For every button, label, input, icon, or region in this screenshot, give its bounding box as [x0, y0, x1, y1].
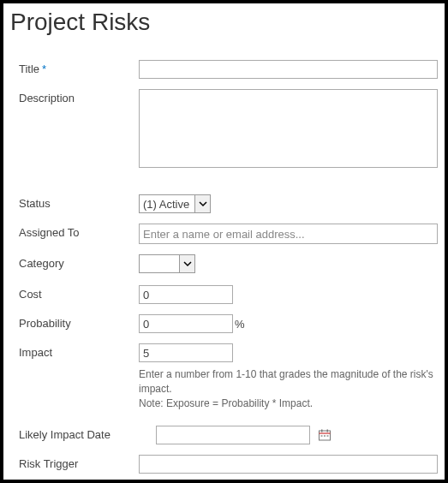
- impact-input[interactable]: [139, 343, 233, 362]
- category-select-value: [140, 255, 179, 272]
- title-input[interactable]: [139, 60, 438, 79]
- svg-rect-6: [327, 435, 329, 437]
- label-description: Description: [19, 89, 139, 104]
- probability-input[interactable]: [139, 314, 233, 333]
- row-category: Category: [19, 254, 438, 275]
- calendar-icon[interactable]: [317, 427, 332, 443]
- svg-rect-2: [321, 430, 323, 432]
- row-title: Title*: [19, 60, 438, 79]
- category-select[interactable]: [139, 254, 195, 273]
- label-title-text: Title: [19, 63, 39, 75]
- chevron-down-icon[interactable]: [194, 195, 210, 212]
- status-select[interactable]: (1) Active: [139, 194, 211, 213]
- impact-helper-line2: Note: Exposure = Probability * Impact.: [139, 397, 438, 411]
- risk-trigger-input[interactable]: [139, 455, 438, 474]
- form-body: Title* Description Status (1) Active: [3, 60, 445, 474]
- svg-rect-4: [321, 435, 323, 437]
- probability-unit: %: [235, 318, 245, 331]
- page-title: Project Risks: [10, 9, 445, 36]
- label-status: Status: [19, 194, 139, 210]
- chevron-down-icon[interactable]: [179, 255, 194, 272]
- row-likely-impact-date: Likely Impact Date: [19, 426, 438, 444]
- row-impact: Impact Enter a number from 1-10 that gra…: [19, 343, 438, 410]
- date-field: [156, 426, 332, 444]
- row-assigned-to: Assigned To: [19, 224, 438, 244]
- cost-input[interactable]: [139, 285, 233, 304]
- impact-helper: Enter a number from 1-10 that grades the…: [139, 367, 438, 410]
- project-risks-form: Project Risks Title* Description Status …: [0, 0, 448, 483]
- row-status: Status (1) Active: [19, 194, 438, 213]
- label-impact: Impact: [19, 343, 139, 359]
- label-likely-impact-date: Likely Impact Date: [19, 426, 156, 441]
- label-cost: Cost: [19, 285, 139, 301]
- svg-rect-5: [324, 435, 326, 437]
- impact-helper-line1: Enter a number from 1-10 that grades the…: [139, 367, 438, 397]
- row-probability: Probability %: [19, 314, 438, 333]
- label-category: Category: [19, 254, 139, 270]
- label-risk-trigger: Risk Trigger: [19, 455, 139, 470]
- assigned-to-input[interactable]: [139, 224, 438, 244]
- row-cost: Cost: [19, 285, 438, 304]
- label-probability: Probability: [19, 314, 139, 330]
- required-marker: *: [42, 63, 46, 75]
- likely-impact-date-input[interactable]: [156, 426, 310, 444]
- row-risk-trigger: Risk Trigger: [19, 455, 438, 474]
- row-description: Description: [19, 89, 438, 170]
- status-select-value: (1) Active: [140, 195, 194, 212]
- label-title: Title*: [19, 60, 139, 75]
- description-textarea[interactable]: [139, 89, 438, 168]
- label-assigned-to: Assigned To: [19, 224, 139, 239]
- svg-rect-3: [327, 430, 329, 432]
